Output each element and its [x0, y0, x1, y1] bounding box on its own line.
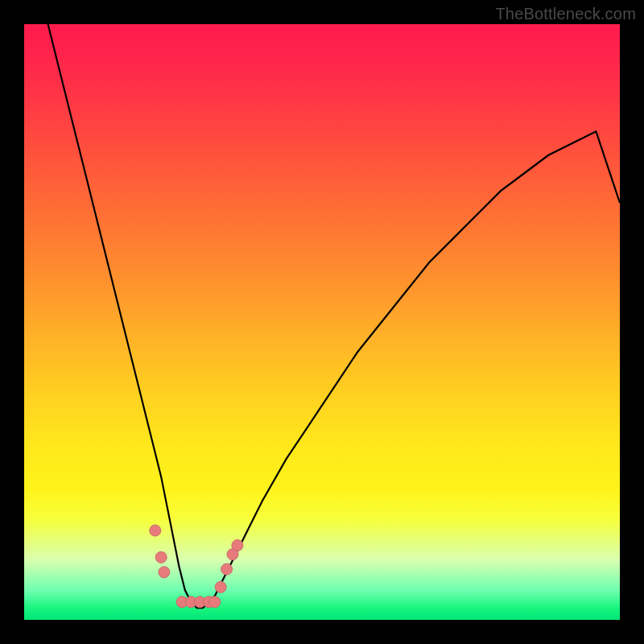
curve-layer [24, 24, 620, 620]
watermark-text: TheBottleneck.com [495, 5, 636, 23]
curve-marker [155, 551, 167, 563]
curve-marker [232, 540, 243, 551]
plot-area [24, 24, 620, 620]
curve-markers [150, 525, 243, 608]
curve-marker [209, 597, 221, 608]
curve-marker [221, 564, 233, 575]
bottleneck-curve [48, 24, 620, 608]
curve-marker [215, 581, 226, 592]
curve-marker [150, 525, 161, 536]
chart-frame: TheBottleneck.com [0, 0, 644, 644]
curve-marker [159, 567, 170, 578]
